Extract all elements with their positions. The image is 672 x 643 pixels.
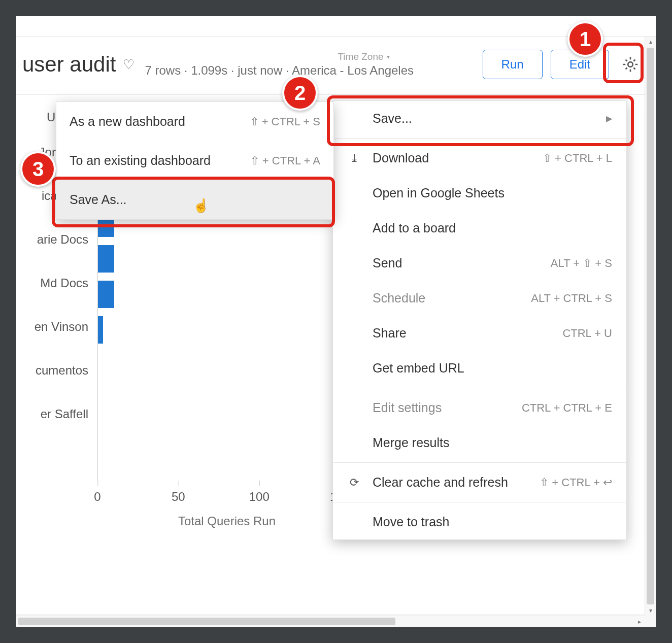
query-meta: 7 rows · 1.099s · just now · America - L…	[145, 63, 414, 78]
x-axis-label: Total Queries Run	[97, 514, 356, 528]
scroll-right-icon[interactable]: ▸	[634, 616, 645, 627]
edit-button[interactable]: Edit	[551, 50, 609, 79]
menu-separator	[333, 502, 626, 502]
menu-item-label: Share	[373, 326, 551, 341]
submenu-item-label: To an existing dashboard	[70, 153, 239, 168]
submenu-caret-icon: ▶	[606, 114, 612, 123]
menu-item-download[interactable]: ⤓Download⇧ + CTRL + L	[333, 141, 626, 176]
y-tick-label: Md Docs	[16, 261, 92, 305]
favorite-heart-icon[interactable]: ♡	[123, 57, 135, 73]
y-tick-label: cumentos	[16, 349, 92, 392]
chart-bar[interactable]	[98, 281, 114, 308]
submenu-shortcut: ⇧ + CTRL + A	[250, 154, 320, 167]
menu-item-label: Open in Google Sheets	[373, 186, 612, 200]
submenu-item-save-as[interactable]: Save As...	[56, 180, 333, 219]
submenu-item-label: Save As...	[70, 192, 320, 207]
menu-item-move-to-trash[interactable]: Move to trash	[333, 504, 626, 539]
page-title: user audit	[22, 52, 116, 77]
menu-item-schedule: ScheduleALT + CTRL + S	[333, 281, 626, 316]
page-header: user audit ♡ Time Zone ▾ 7 rows · 1.099s…	[16, 37, 656, 95]
submenu-item-as-a-new-dashboard[interactable]: As a new dashboard⇧ + CTRL + S	[56, 102, 333, 141]
menu-item-save[interactable]: Save...▶	[333, 101, 626, 136]
x-tick-label: 0	[94, 490, 100, 504]
chart-bar[interactable]	[98, 245, 114, 273]
refresh-icon: ⟳	[347, 476, 361, 489]
h-scrollbar-thumb[interactable]	[18, 618, 395, 625]
menu-item-label: Get embed URL	[373, 361, 612, 376]
chevron-down-icon: ▾	[387, 53, 390, 60]
menu-shortcut: ALT + ⇧ + S	[551, 257, 612, 270]
vertical-scrollbar[interactable]: ▴ ▾	[645, 37, 656, 616]
menu-shortcut: ⇧ + CTRL + L	[543, 152, 612, 165]
menu-item-add-to-a-board[interactable]: Add to a board	[333, 211, 626, 246]
menu-item-label: Add to a board	[373, 221, 612, 235]
y-tick-label: er Saffell	[16, 392, 92, 436]
settings-gear-button[interactable]	[617, 51, 644, 78]
menu-item-edit-settings: Edit settingsCTRL + CTRL + E	[333, 390, 626, 425]
menu-shortcut: CTRL + U	[562, 327, 612, 340]
menu-item-label: Save...	[373, 111, 595, 126]
menu-separator	[333, 388, 626, 388]
menu-item-label: Move to trash	[373, 515, 612, 529]
menu-shortcut: ALT + CTRL + S	[531, 292, 612, 305]
menu-item-label: Edit settings	[373, 400, 511, 415]
y-tick-label: arie Docs	[16, 218, 92, 261]
menu-item-share[interactable]: ShareCTRL + U	[333, 316, 626, 351]
gear-icon	[621, 55, 640, 74]
menu-separator	[333, 138, 626, 139]
menu-shortcut: CTRL + CTRL + E	[522, 401, 612, 415]
scroll-down-icon[interactable]: ▾	[645, 605, 656, 616]
chart-bar[interactable]	[98, 316, 103, 344]
menu-item-label: Clear cache and refresh	[373, 475, 528, 490]
y-tick-label: en Vinson	[16, 305, 92, 349]
page-title-group: user audit ♡	[22, 52, 135, 77]
menu-shortcut: ⇧ + CTRL + ↩	[540, 476, 612, 489]
menu-item-send[interactable]: SendALT + ⇧ + S	[333, 246, 626, 281]
menu-separator	[333, 462, 626, 463]
menu-item-clear-cache-and-refresh[interactable]: ⟳Clear cache and refresh⇧ + CTRL + ↩	[333, 465, 626, 500]
top-border	[16, 16, 656, 37]
v-scrollbar-thumb[interactable]	[647, 48, 654, 604]
menu-item-get-embed-url[interactable]: Get embed URL	[333, 351, 626, 386]
run-button[interactable]: Run	[483, 50, 543, 79]
save-submenu: As a new dashboard⇧ + CTRL + STo an exis…	[56, 101, 334, 220]
x-axis: 050100150	[97, 490, 356, 510]
menu-item-label: Send	[373, 256, 540, 270]
menu-item-label: Merge results	[373, 435, 612, 450]
meta-block: Time Zone ▾ 7 rows · 1.099s · just now ·…	[145, 51, 474, 78]
settings-menu: Save...▶⤓Download⇧ + CTRL + LOpen in Goo…	[332, 100, 627, 540]
horizontal-scrollbar[interactable]: ▸	[16, 616, 645, 627]
menu-item-open-in-google-sheets[interactable]: Open in Google Sheets	[333, 176, 626, 211]
x-tick-label: 50	[172, 490, 185, 504]
timezone-dropdown[interactable]: Time Zone ▾	[338, 51, 389, 62]
download-icon: ⤓	[347, 152, 361, 165]
submenu-item-to-an-existing-dashboard[interactable]: To an existing dashboard⇧ + CTRL + A	[56, 141, 333, 180]
menu-item-label: Schedule	[373, 291, 520, 306]
x-tick-label: 100	[249, 490, 270, 504]
submenu-shortcut: ⇧ + CTRL + S	[250, 115, 320, 128]
submenu-item-label: As a new dashboard	[70, 114, 239, 129]
scrollbar-corner	[645, 616, 656, 627]
menu-item-merge-results[interactable]: Merge results	[333, 425, 626, 460]
svg-point-0	[628, 62, 633, 67]
scroll-up-icon[interactable]: ▴	[645, 37, 656, 47]
menu-item-label: Download	[373, 151, 531, 165]
timezone-label: Time Zone	[338, 51, 383, 62]
